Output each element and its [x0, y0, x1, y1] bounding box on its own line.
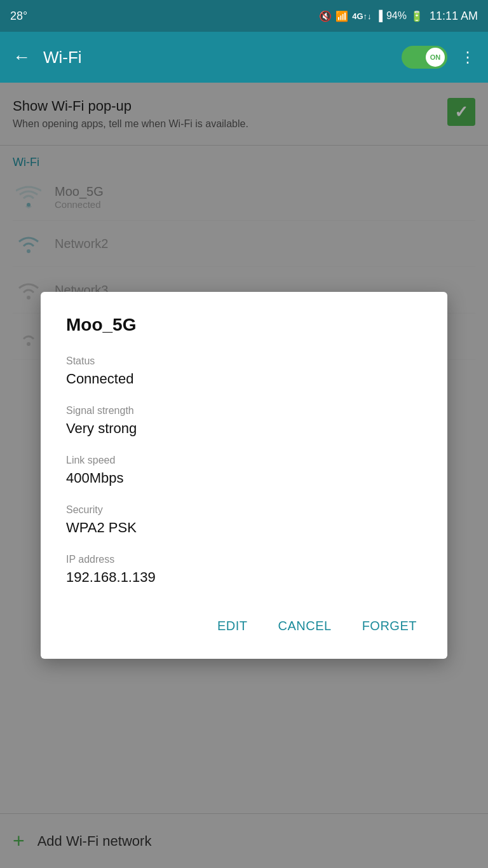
dialog-actions: EDIT CANCEL FORGET	[66, 603, 422, 641]
dialog-field-value-security: WPA2 PSK	[66, 520, 422, 536]
more-options-button[interactable]: ⋮	[460, 48, 475, 66]
dialog-network-name: Moo_5G	[66, 315, 422, 335]
signal-icon: ▐	[376, 10, 383, 22]
wifi-detail-dialog: Moo_5G Status Connected Signal strength …	[41, 292, 447, 659]
main-content: Show Wi-Fi pop-up When opening apps, tel…	[0, 83, 488, 868]
dialog-field-status: Status Connected	[66, 355, 422, 387]
time-display: 11:11 AM	[430, 10, 478, 23]
forget-button[interactable]: FORGET	[357, 611, 422, 641]
dialog-field-label-status: Status	[66, 355, 422, 367]
dialog-field-linkspeed: Link speed 400Mbps	[66, 455, 422, 486]
wifi-status-icon: 📶	[336, 10, 348, 22]
battery-icon: 🔋	[410, 10, 423, 22]
battery-display: 94%	[386, 10, 407, 22]
wifi-toggle[interactable]: ON	[402, 46, 447, 69]
dialog-field-value-signal: Very strong	[66, 420, 422, 437]
dialog-field-signal: Signal strength Very strong	[66, 405, 422, 437]
dialog-field-label-signal: Signal strength	[66, 405, 422, 417]
dialog-overlay: Moo_5G Status Connected Signal strength …	[0, 83, 488, 868]
status-icons: 🔇 📶 4G↑↓ ▐ 94% 🔋 11:11 AM	[319, 10, 478, 23]
dialog-field-label-ip: IP address	[66, 554, 422, 565]
dialog-field-value-linkspeed: 400Mbps	[66, 470, 422, 486]
dialog-field-ip: IP address 192.168.1.139	[66, 554, 422, 586]
dialog-field-label-security: Security	[66, 504, 422, 516]
status-bar: 28° 🔇 📶 4G↑↓ ▐ 94% 🔋 11:11 AM	[0, 0, 488, 32]
mute-icon: 🔇	[319, 10, 332, 22]
cancel-button[interactable]: CANCEL	[273, 611, 337, 641]
toggle-switch[interactable]: ON	[402, 46, 447, 69]
edit-button[interactable]: EDIT	[212, 611, 253, 641]
toggle-knob: ON	[426, 48, 445, 67]
dialog-field-value-status: Connected	[66, 371, 422, 387]
page-title: Wi-Fi	[43, 48, 402, 67]
dialog-field-value-ip: 192.168.1.139	[66, 569, 422, 586]
dialog-field-security: Security WPA2 PSK	[66, 504, 422, 536]
app-bar: ← Wi-Fi ON ⋮	[0, 32, 488, 83]
temperature-display: 28°	[10, 10, 27, 23]
back-button[interactable]: ←	[13, 47, 30, 67]
dialog-field-label-linkspeed: Link speed	[66, 455, 422, 466]
4g-icon: 4G↑↓	[352, 11, 371, 21]
